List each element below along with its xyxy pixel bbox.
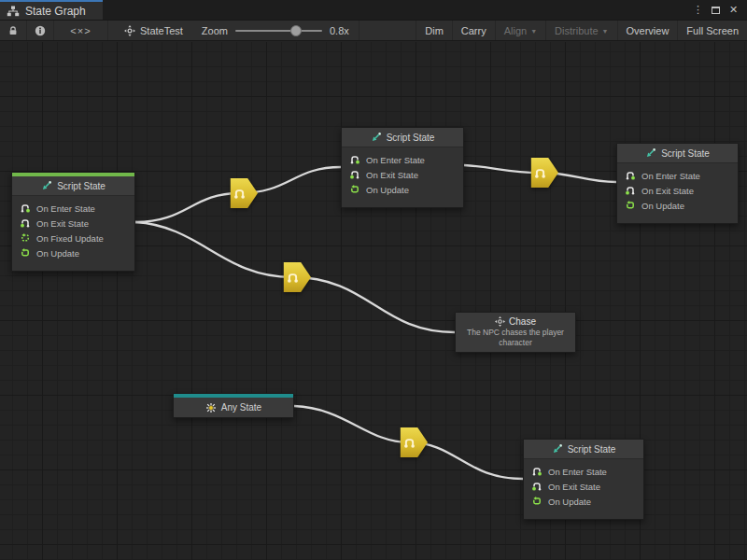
script-state-icon xyxy=(41,180,52,191)
zoom-slider[interactable] xyxy=(235,25,322,36)
window-menu-button[interactable]: ⋮ xyxy=(691,3,705,18)
gizmo-icon xyxy=(124,25,135,36)
event-label: On Update xyxy=(366,185,409,195)
align-button[interactable]: Align ▼ xyxy=(495,21,545,40)
script-state-icon xyxy=(371,132,382,143)
event-label: On Enter State xyxy=(641,171,700,181)
event-label: On Exit State xyxy=(641,186,694,196)
on-enter-state-icon xyxy=(349,154,360,165)
node-script-state-bottom[interactable]: Script State On Enter State On Exit Stat… xyxy=(523,439,644,520)
node-event-row: On Update xyxy=(342,182,463,197)
node-footer xyxy=(342,197,463,207)
on-exit-state-icon xyxy=(625,185,636,196)
dim-button[interactable]: Dim xyxy=(416,21,452,40)
node-description: The NPC chases the player character xyxy=(459,328,571,347)
on-enter-state-icon xyxy=(625,170,636,181)
node-event-row: On Update xyxy=(617,198,738,213)
node-script-state-right[interactable]: Script State On Enter State On Exit Stat… xyxy=(616,143,739,224)
script-state-icon xyxy=(552,443,563,455)
graph-toolbar: <×> StateTest Zoom 0.8x Dim Carry Align … xyxy=(0,21,747,41)
on-update-icon xyxy=(531,496,543,507)
event-label: On Enter State xyxy=(366,155,425,165)
node-body: On Enter State On Exit State On Update xyxy=(524,459,643,519)
event-label: On Update xyxy=(641,201,684,211)
on-exit-state-icon xyxy=(20,217,31,229)
node-chase-state[interactable]: Chase The NPC chases the player characte… xyxy=(455,312,576,353)
node-title: Chase xyxy=(509,316,536,327)
transition-icon xyxy=(285,271,301,285)
chevron-down-icon: ▼ xyxy=(602,28,609,35)
transition-icon xyxy=(532,166,548,180)
node-script-state-start[interactable]: Script State On Enter State On Exit Stat… xyxy=(11,172,135,272)
event-label: On Enter State xyxy=(548,467,607,477)
info-button[interactable] xyxy=(27,21,54,40)
node-event-row: On Exit State xyxy=(12,216,134,231)
maximize-icon xyxy=(712,7,720,14)
node-header: Script State xyxy=(12,176,134,196)
node-event-row: On Enter State xyxy=(342,152,463,167)
state-graph-icon xyxy=(7,6,20,17)
tab-state-graph[interactable]: State Graph xyxy=(0,0,103,20)
node-header: Script State xyxy=(524,440,643,459)
window-controls: ⋮ ✕ xyxy=(691,0,747,20)
node-script-state-mid[interactable]: Script State On Enter State On Exit Stat… xyxy=(341,127,464,208)
node-title: Script State xyxy=(57,181,106,191)
transition-icon xyxy=(402,436,417,450)
zoom-slider-handle[interactable] xyxy=(290,25,302,36)
full-screen-button[interactable]: Full Screen xyxy=(677,21,747,40)
graph-reference[interactable]: StateTest xyxy=(108,21,192,40)
graph-canvas[interactable]: Script State On Enter State On Exit Stat… xyxy=(0,42,747,560)
zoom-label: Zoom xyxy=(202,25,228,36)
node-body: On Enter State On Exit State On Fixed Up… xyxy=(12,196,134,271)
event-label: On Fixed Update xyxy=(36,233,104,244)
transition-hexagon xyxy=(390,427,428,457)
transition-hexagon xyxy=(521,158,558,188)
on-exit-state-icon xyxy=(531,481,543,492)
distribute-button[interactable]: Distribute ▼ xyxy=(545,21,616,40)
node-header: Script State xyxy=(342,128,463,147)
any-state-icon xyxy=(205,402,217,413)
event-label: On Enter State xyxy=(36,203,95,214)
transition-hexagon xyxy=(220,178,258,208)
zoom-control: Zoom 0.8x xyxy=(192,21,359,40)
node-event-row: On Update xyxy=(524,494,643,509)
chevron-down-icon: ▼ xyxy=(530,28,537,35)
node-header: Any State xyxy=(174,398,293,417)
maximize-button[interactable] xyxy=(709,3,723,18)
on-exit-state-icon xyxy=(349,169,360,180)
event-label: On Exit State xyxy=(548,482,600,492)
toolbar-spacer xyxy=(359,21,416,40)
align-label: Align xyxy=(504,25,527,36)
transition-node[interactable] xyxy=(390,427,428,457)
info-icon xyxy=(35,25,46,36)
event-label: On Exit State xyxy=(366,170,418,180)
zoom-slider-track[interactable] xyxy=(235,30,322,32)
node-body: On Enter State On Exit State On Update xyxy=(617,163,738,223)
on-update-icon xyxy=(20,247,31,259)
transition-node[interactable] xyxy=(274,262,311,292)
node-title: Script State xyxy=(661,148,710,159)
node-footer xyxy=(12,260,134,271)
transition-icon xyxy=(232,187,247,201)
node-header: Script State xyxy=(617,144,738,163)
code-brackets-button[interactable]: <×> xyxy=(54,21,108,40)
node-any-state[interactable]: Any State xyxy=(173,393,294,418)
on-fixed-update-icon xyxy=(20,232,31,244)
close-button[interactable]: ✕ xyxy=(726,3,740,18)
script-state-icon xyxy=(645,147,656,159)
node-event-row: On Exit State xyxy=(342,167,463,182)
node-event-row: On Exit State xyxy=(524,479,643,494)
distribute-label: Distribute xyxy=(555,25,598,36)
lock-button[interactable] xyxy=(0,21,27,40)
overview-button[interactable]: Overview xyxy=(617,21,678,40)
gizmo-icon xyxy=(495,316,505,327)
transition-node[interactable] xyxy=(220,178,258,208)
on-update-icon xyxy=(625,200,636,211)
carry-button[interactable]: Carry xyxy=(452,21,495,40)
transition-node[interactable] xyxy=(521,158,558,188)
node-event-row: On Exit State xyxy=(617,183,738,198)
code-brackets-icon: <×> xyxy=(70,25,91,36)
event-label: On Update xyxy=(36,248,79,259)
node-event-row: On Update xyxy=(12,245,134,260)
zoom-value: 0.8x xyxy=(330,25,349,36)
